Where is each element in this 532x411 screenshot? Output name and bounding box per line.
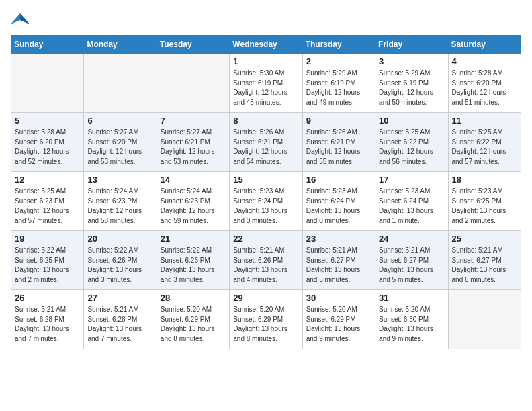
calendar-day-cell: 28Sunrise: 5:20 AM Sunset: 6:29 PM Dayli… — [157, 290, 229, 349]
calendar-day-cell — [157, 54, 229, 113]
day-number: 13 — [87, 175, 152, 185]
day-info: Sunrise: 5:29 AM Sunset: 6:19 PM Dayligh… — [306, 68, 371, 107]
day-info: Sunrise: 5:27 AM Sunset: 6:20 PM Dayligh… — [87, 128, 152, 167]
calendar-day-cell: 3Sunrise: 5:29 AM Sunset: 6:19 PM Daylig… — [375, 54, 448, 113]
calendar-day-cell: 15Sunrise: 5:23 AM Sunset: 6:24 PM Dayli… — [230, 172, 302, 231]
calendar-day-cell: 29Sunrise: 5:20 AM Sunset: 6:29 PM Dayli… — [230, 290, 302, 349]
day-info: Sunrise: 5:25 AM Sunset: 6:23 PM Dayligh… — [15, 187, 80, 226]
day-number: 25 — [452, 234, 517, 244]
calendar-header: SundayMondayTuesdayWednesdayThursdayFrid… — [11, 36, 521, 54]
calendar-day-cell: 17Sunrise: 5:23 AM Sunset: 6:24 PM Dayli… — [375, 172, 448, 231]
day-info: Sunrise: 5:21 AM Sunset: 6:28 PM Dayligh… — [87, 305, 152, 344]
day-number: 30 — [306, 293, 371, 303]
day-number: 20 — [87, 234, 152, 244]
calendar-day-cell: 20Sunrise: 5:22 AM Sunset: 6:26 PM Dayli… — [84, 231, 157, 290]
calendar-body: 1Sunrise: 5:30 AM Sunset: 6:19 PM Daylig… — [11, 54, 521, 349]
day-info: Sunrise: 5:21 AM Sunset: 6:26 PM Dayligh… — [233, 246, 298, 285]
day-info: Sunrise: 5:25 AM Sunset: 6:22 PM Dayligh… — [452, 128, 517, 167]
calendar-day-cell: 16Sunrise: 5:23 AM Sunset: 6:24 PM Dayli… — [302, 172, 375, 231]
calendar-table: SundayMondayTuesdayWednesdayThursdayFrid… — [11, 35, 521, 349]
calendar-day-cell — [11, 54, 84, 113]
calendar-day-cell: 19Sunrise: 5:22 AM Sunset: 6:25 PM Dayli… — [11, 231, 84, 290]
calendar-day-cell: 31Sunrise: 5:20 AM Sunset: 6:30 PM Dayli… — [375, 290, 448, 349]
day-info: Sunrise: 5:24 AM Sunset: 6:23 PM Dayligh… — [161, 187, 226, 226]
day-info: Sunrise: 5:20 AM Sunset: 6:29 PM Dayligh… — [306, 305, 371, 344]
day-info: Sunrise: 5:29 AM Sunset: 6:19 PM Dayligh… — [379, 68, 444, 107]
day-number: 5 — [15, 116, 80, 126]
day-info: Sunrise: 5:23 AM Sunset: 6:24 PM Dayligh… — [379, 187, 444, 226]
calendar-week-row: 5Sunrise: 5:28 AM Sunset: 6:20 PM Daylig… — [11, 113, 521, 172]
calendar-day-cell: 27Sunrise: 5:21 AM Sunset: 6:28 PM Dayli… — [84, 290, 157, 349]
day-of-week-header: Saturday — [448, 36, 521, 54]
day-number: 9 — [306, 116, 371, 126]
day-info: Sunrise: 5:22 AM Sunset: 6:25 PM Dayligh… — [15, 246, 80, 285]
day-info: Sunrise: 5:28 AM Sunset: 6:20 PM Dayligh… — [15, 128, 80, 167]
day-info: Sunrise: 5:25 AM Sunset: 6:22 PM Dayligh… — [379, 128, 444, 167]
day-info: Sunrise: 5:26 AM Sunset: 6:21 PM Dayligh… — [306, 128, 371, 167]
calendar-day-cell — [84, 54, 157, 113]
day-number: 28 — [161, 293, 226, 303]
calendar-day-cell: 18Sunrise: 5:23 AM Sunset: 6:25 PM Dayli… — [448, 172, 521, 231]
day-number: 22 — [233, 234, 298, 244]
day-of-week-header: Friday — [375, 36, 448, 54]
day-number: 6 — [87, 116, 152, 126]
calendar-day-cell: 21Sunrise: 5:22 AM Sunset: 6:26 PM Dayli… — [157, 231, 229, 290]
day-of-week-header: Sunday — [11, 36, 84, 54]
day-info: Sunrise: 5:21 AM Sunset: 6:27 PM Dayligh… — [379, 246, 444, 285]
day-number: 15 — [233, 175, 298, 185]
day-number: 12 — [15, 175, 80, 185]
day-number: 16 — [306, 175, 371, 185]
calendar-day-cell: 10Sunrise: 5:25 AM Sunset: 6:22 PM Dayli… — [375, 113, 448, 172]
calendar-week-row: 26Sunrise: 5:21 AM Sunset: 6:28 PM Dayli… — [11, 290, 521, 349]
day-number: 29 — [233, 293, 298, 303]
day-info: Sunrise: 5:28 AM Sunset: 6:20 PM Dayligh… — [452, 68, 517, 107]
calendar-day-cell: 6Sunrise: 5:27 AM Sunset: 6:20 PM Daylig… — [84, 113, 157, 172]
calendar-week-row: 19Sunrise: 5:22 AM Sunset: 6:25 PM Dayli… — [11, 231, 521, 290]
day-of-week-header: Monday — [84, 36, 157, 54]
calendar-day-cell: 8Sunrise: 5:26 AM Sunset: 6:21 PM Daylig… — [230, 113, 302, 172]
day-number: 21 — [161, 234, 226, 244]
calendar-day-cell: 1Sunrise: 5:30 AM Sunset: 6:19 PM Daylig… — [230, 54, 302, 113]
day-info: Sunrise: 5:20 AM Sunset: 6:29 PM Dayligh… — [233, 305, 298, 344]
day-number: 19 — [15, 234, 80, 244]
logo — [11, 11, 32, 27]
calendar-day-cell: 30Sunrise: 5:20 AM Sunset: 6:29 PM Dayli… — [302, 290, 375, 349]
calendar-day-cell: 14Sunrise: 5:24 AM Sunset: 6:23 PM Dayli… — [157, 172, 229, 231]
day-info: Sunrise: 5:23 AM Sunset: 6:24 PM Dayligh… — [233, 187, 298, 226]
calendar-day-cell: 9Sunrise: 5:26 AM Sunset: 6:21 PM Daylig… — [302, 113, 375, 172]
calendar-day-cell: 7Sunrise: 5:27 AM Sunset: 6:21 PM Daylig… — [157, 113, 229, 172]
day-number: 27 — [87, 293, 152, 303]
header-row: SundayMondayTuesdayWednesdayThursdayFrid… — [11, 36, 521, 54]
calendar-week-row: 1Sunrise: 5:30 AM Sunset: 6:19 PM Daylig… — [11, 54, 521, 113]
day-of-week-header: Tuesday — [157, 36, 229, 54]
calendar-day-cell: 22Sunrise: 5:21 AM Sunset: 6:26 PM Dayli… — [230, 231, 302, 290]
calendar-day-cell: 2Sunrise: 5:29 AM Sunset: 6:19 PM Daylig… — [302, 54, 375, 113]
day-info: Sunrise: 5:24 AM Sunset: 6:23 PM Dayligh… — [87, 187, 152, 226]
day-number: 8 — [233, 116, 298, 126]
day-number: 7 — [161, 116, 226, 126]
day-number: 3 — [379, 56, 444, 66]
day-info: Sunrise: 5:27 AM Sunset: 6:21 PM Dayligh… — [161, 128, 226, 167]
day-number: 17 — [379, 175, 444, 185]
day-number: 23 — [306, 234, 371, 244]
day-info: Sunrise: 5:20 AM Sunset: 6:30 PM Dayligh… — [379, 305, 444, 344]
calendar-day-cell — [448, 290, 521, 349]
calendar-week-row: 12Sunrise: 5:25 AM Sunset: 6:23 PM Dayli… — [11, 172, 521, 231]
calendar-day-cell: 4Sunrise: 5:28 AM Sunset: 6:20 PM Daylig… — [448, 54, 521, 113]
day-number: 4 — [452, 56, 517, 66]
day-info: Sunrise: 5:22 AM Sunset: 6:26 PM Dayligh… — [161, 246, 226, 285]
svg-marker-1 — [20, 13, 30, 24]
calendar-day-cell: 25Sunrise: 5:21 AM Sunset: 6:27 PM Dayli… — [448, 231, 521, 290]
day-info: Sunrise: 5:23 AM Sunset: 6:24 PM Dayligh… — [306, 187, 371, 226]
day-number: 10 — [379, 116, 444, 126]
day-number: 14 — [161, 175, 226, 185]
day-info: Sunrise: 5:23 AM Sunset: 6:25 PM Dayligh… — [452, 187, 517, 226]
day-number: 18 — [452, 175, 517, 185]
day-number: 24 — [379, 234, 444, 244]
day-number: 2 — [306, 56, 371, 66]
day-info: Sunrise: 5:21 AM Sunset: 6:27 PM Dayligh… — [452, 246, 517, 285]
day-number: 11 — [452, 116, 517, 126]
calendar-day-cell: 24Sunrise: 5:21 AM Sunset: 6:27 PM Dayli… — [375, 231, 448, 290]
page-header — [11, 11, 521, 27]
calendar-day-cell: 11Sunrise: 5:25 AM Sunset: 6:22 PM Dayli… — [448, 113, 521, 172]
